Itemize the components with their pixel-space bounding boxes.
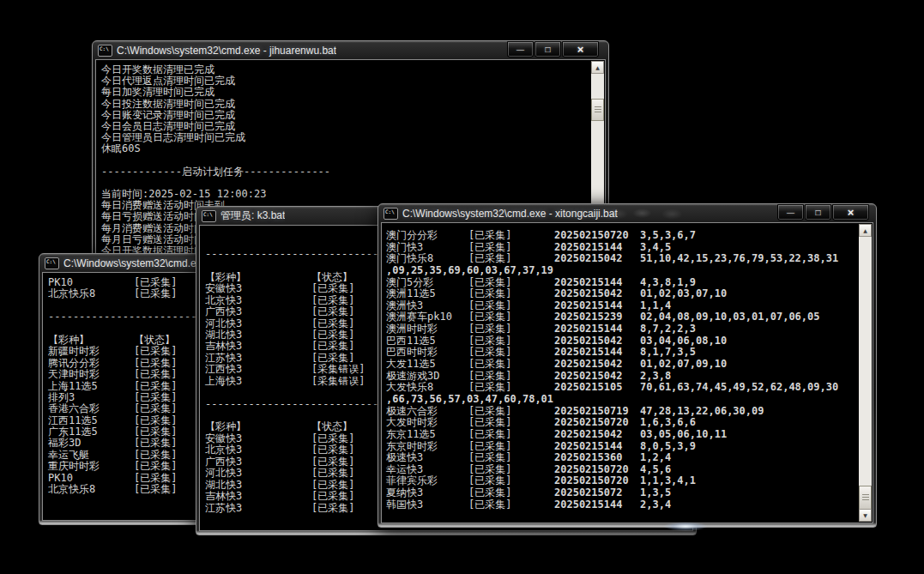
scroll-down-button[interactable]: ▼ (859, 509, 872, 522)
collect-status: [已采集] (311, 433, 354, 444)
cmd-icon: C:\ (98, 45, 112, 57)
minimize-icon: — (787, 208, 794, 220)
collect-status: [已采集] (468, 300, 554, 312)
collect-status: [已采集] (468, 452, 554, 464)
lottery-row: 巴西时时彩[已采集]202502151448,1,7,3,5 (386, 347, 859, 359)
draw-numbers-wrap: ,66,73,56,57,03,47,60,78,01 (386, 394, 859, 406)
maximize-button[interactable]: □ (805, 204, 831, 221)
cmd-icon: C:\ (383, 208, 398, 220)
collect-status: [已采集] (311, 306, 354, 317)
lottery-name: 澳门快3 (386, 242, 468, 254)
collect-status: [已采集] (134, 277, 177, 288)
window-title: 管理员: k3.bat (220, 208, 285, 223)
lottery-name: 幸运飞艇 (48, 450, 134, 461)
lottery-row: 大发快乐8[已采集]2025021510570,61,63,74,45,49,5… (386, 382, 859, 394)
collect-status: [已采集] (311, 503, 354, 514)
lottery-row: 澳洲11选5[已采集]2025021504201,02,03,07,10 (386, 288, 859, 300)
lottery-row: 澳门5分彩[已采集]202502151444,3,8,1,9 (386, 277, 859, 289)
scroll-grip-icon (862, 494, 869, 501)
collect-status: [已采集] (468, 371, 554, 383)
issue-number: 202502150720 (554, 464, 640, 476)
collect-status: [已采集] (134, 461, 177, 472)
lottery-name: 澳门快乐8 (386, 253, 468, 265)
issue-number: 20250215144 (554, 323, 640, 335)
collect-status: [已采集] (134, 346, 177, 357)
collect-status: [已采集] (468, 277, 554, 289)
lottery-name: 极速六合彩 (386, 406, 468, 418)
console-line: -------------启动计划任务-------------- (101, 166, 591, 178)
collect-status: [已采集] (468, 417, 554, 429)
close-button[interactable]: × (832, 204, 869, 221)
draw-numbers: 03,05,06,10,11 (640, 429, 727, 441)
lottery-name: 湖北快3 (205, 480, 311, 491)
collect-status: [已采集] (468, 253, 554, 265)
collect-status: [已采集] (468, 230, 554, 242)
desktop: C:\ C:\Windows\system32\cmd.exe - jihuar… (0, 0, 924, 574)
column-header-name: 【彩种】 (205, 272, 311, 283)
window-xitongcaiji: C:\ C:\Windows\system32\cmd.exe - xitong… (377, 203, 877, 528)
console-line: 今日管理员日志清理时间已完成 (101, 132, 591, 143)
lottery-name: 江西11选5 (48, 415, 134, 426)
collect-status: [已采集] (311, 295, 354, 306)
lottery-name: 极速快3 (386, 452, 468, 464)
scroll-thumb[interactable] (859, 486, 872, 510)
cmd-icon: C:\ (202, 210, 216, 222)
draw-numbers: 1,1,4 (640, 300, 671, 312)
draw-numbers: 1,3,5 (640, 487, 671, 499)
lottery-name: 安徽快3 (205, 283, 311, 294)
lottery-name: 北京快乐8 (48, 288, 134, 299)
draw-numbers: 8,0,5,3,9 (640, 441, 696, 453)
scroll-thumb[interactable] (591, 99, 604, 121)
draw-numbers: 2,3,8 (640, 371, 671, 383)
scroll-up-button[interactable]: ▲ (859, 224, 872, 237)
collect-status: [已采集] (468, 359, 554, 371)
maximize-icon: □ (815, 208, 820, 217)
collect-status: [已采集] (468, 429, 554, 441)
draw-numbers: 01,02,07,09,10 (640, 359, 727, 371)
lottery-name: 东京11选5 (386, 429, 468, 441)
issue-number: 20250215144 (554, 277, 640, 289)
lottery-name: 幸运快3 (386, 464, 468, 476)
lottery-row: 幸运快3[已采集]2025021507204,5,6 (386, 464, 859, 476)
lottery-name: PK10 (48, 473, 134, 484)
lottery-row: 大发时时彩[已采集]2025021507201,6,3,6,6 (386, 417, 859, 429)
maximize-button[interactable]: □ (534, 41, 561, 57)
lottery-row: 澳洲快3[已采集]202502151441,1,4 (386, 300, 859, 312)
scroll-up-button[interactable]: ▲ (591, 61, 604, 74)
lottery-name: 巴西11选5 (386, 335, 468, 347)
lottery-name: 大发快乐8 (386, 382, 468, 394)
cmd-icon: C:\ (45, 257, 59, 269)
console-line: 每日加奖清理时间已完成 (101, 87, 591, 98)
draw-numbers: 4,3,8,1,9 (640, 277, 696, 289)
lottery-name: 韩国快3 (386, 499, 468, 511)
collect-status: [已采集] (134, 381, 177, 392)
draw-numbers: 1,2,4 (640, 452, 671, 464)
lottery-name: 北京快乐8 (48, 484, 134, 495)
lottery-row: 菲律宾乐彩[已采集]2025021507201,1,3,4,1 (386, 475, 859, 487)
lottery-name: 吉林快3 (205, 341, 311, 352)
collect-status: [已采集] (134, 358, 177, 369)
collect-status: [已采集] (468, 347, 554, 359)
lottery-name: 福彩3D (48, 438, 134, 449)
collect-status: [已采集] (311, 283, 354, 294)
lottery-row: 极速快3[已采集]202502153601,2,4 (386, 452, 859, 464)
window-title: C:\Windows\system32\cmd.exe - xitongcaij… (402, 208, 618, 220)
lottery-name: 香港六合彩 (48, 403, 134, 414)
console-output: 澳门分分彩[已采集]2025021507203,5,3,6,7澳门快3[已采集]… (382, 223, 859, 523)
issue-number: 20250215042 (554, 429, 640, 441)
scrollbar[interactable]: ▲ ▼ (859, 224, 872, 522)
minimize-button[interactable]: — (507, 41, 534, 57)
draw-numbers: 47,28,13,22,06,30,09 (640, 406, 764, 418)
collect-status: [已采集] (468, 311, 554, 323)
column-header-status: 【状态】 (311, 272, 353, 283)
lottery-name: 澳洲时时彩 (386, 323, 468, 335)
close-button[interactable]: × (562, 41, 599, 57)
collect-status: [已采集] (468, 487, 554, 499)
issue-number: 20250215042 (554, 253, 640, 265)
minimize-button[interactable]: — (777, 204, 804, 221)
draw-numbers: 3,4,5 (640, 242, 671, 254)
maximize-icon: □ (545, 45, 550, 54)
close-icon: × (848, 208, 855, 217)
lottery-name: 巴西时时彩 (386, 347, 468, 359)
collect-status: [已采集] (468, 382, 554, 394)
